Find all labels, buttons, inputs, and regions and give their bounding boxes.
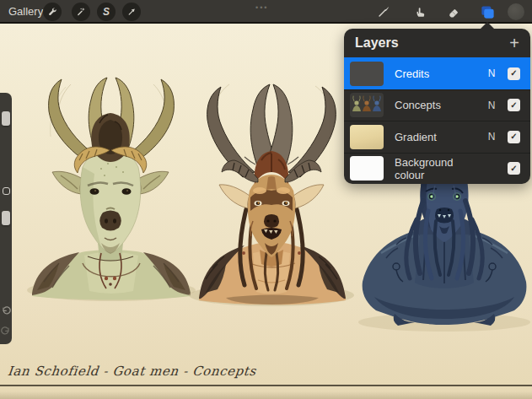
concepts-thumbnail-art xyxy=(350,93,384,117)
brush-icon xyxy=(376,4,391,19)
layer-row-background-colour[interactable]: Background colour ✓ xyxy=(344,153,530,185)
layers-panel: Layers + Credits N ✓ xyxy=(344,29,530,184)
topbar: Gallery S ••• xyxy=(0,0,532,24)
selection-icon: S xyxy=(103,7,110,17)
layer-name: Credits xyxy=(395,67,485,80)
layer-row-gradient[interactable]: Gradient N ✓ xyxy=(344,121,530,153)
smudge-tool-button[interactable] xyxy=(411,3,428,20)
procreate-window: Ian Schofield - Goat men - Concepts Gall… xyxy=(0,0,532,399)
add-layer-button[interactable]: + xyxy=(509,35,519,51)
sidebar xyxy=(0,93,12,344)
panel-caret xyxy=(481,22,494,29)
layer-visibility-checkbox[interactable]: ✓ xyxy=(508,131,520,143)
magic-wand-icon xyxy=(75,6,87,18)
layer-name: Gradient xyxy=(395,131,485,143)
layer-visibility-checkbox[interactable]: ✓ xyxy=(508,162,520,175)
undo-icon xyxy=(1,305,11,315)
finger-smudge-icon xyxy=(412,4,427,19)
layer-visibility-checkbox[interactable]: ✓ xyxy=(508,67,520,80)
layers-panel-title: Layers xyxy=(355,35,399,51)
canvas-baseline-rule xyxy=(0,385,532,386)
color-swatch-button[interactable] xyxy=(508,3,524,20)
brush-size-slider[interactable] xyxy=(0,97,12,181)
layer-name: Background colour xyxy=(395,156,485,181)
adjustments-button[interactable] xyxy=(72,3,90,21)
layer-row-credits[interactable]: Credits N ✓ xyxy=(344,57,530,89)
brush-size-slider-handle[interactable] xyxy=(2,111,10,126)
layer-visibility-checkbox[interactable]: ✓ xyxy=(508,99,520,111)
actions-button[interactable] xyxy=(43,3,62,21)
erase-tool-button[interactable] xyxy=(445,3,462,20)
layers-stacked-squares-icon xyxy=(480,4,496,20)
blend-mode-button[interactable]: N xyxy=(485,100,498,111)
redo-icon xyxy=(1,326,11,336)
modify-button[interactable] xyxy=(3,187,10,195)
layer-list: Credits N ✓ xyxy=(344,57,530,184)
layer-thumbnail[interactable] xyxy=(350,156,384,181)
opacity-slider[interactable] xyxy=(0,202,12,287)
blend-mode-button[interactable]: N xyxy=(485,67,498,79)
layer-name: Concepts xyxy=(395,99,485,111)
signature-text: Ian Schofield - Goat men - Concepts xyxy=(7,364,257,379)
layer-thumbnail[interactable] xyxy=(350,62,384,86)
checkmark-icon: ✓ xyxy=(510,101,517,110)
canvas-bottom-shadow xyxy=(0,391,532,399)
layer-thumbnail[interactable] xyxy=(350,125,384,149)
checkmark-icon: ✓ xyxy=(510,132,517,141)
paint-tool-button[interactable] xyxy=(375,3,392,20)
system-indicator-dots: ••• xyxy=(255,3,268,12)
undo-button[interactable] xyxy=(1,304,11,314)
wrench-icon xyxy=(46,6,58,18)
gallery-button[interactable]: Gallery xyxy=(8,5,43,18)
checkmark-icon: ✓ xyxy=(510,164,517,173)
blend-mode-button[interactable]: N xyxy=(485,131,498,143)
eraser-icon xyxy=(446,4,461,19)
layers-tool-button[interactable] xyxy=(479,3,496,20)
redo-button[interactable] xyxy=(1,324,11,334)
layer-thumbnail[interactable] xyxy=(350,93,384,117)
opacity-slider-handle[interactable] xyxy=(2,211,10,225)
layers-panel-header: Layers + xyxy=(344,29,530,57)
cursor-arrow-icon xyxy=(126,6,137,18)
checkmark-icon: ✓ xyxy=(510,69,517,78)
layer-row-concepts[interactable]: Concepts N ✓ xyxy=(344,89,530,121)
transform-button[interactable] xyxy=(122,3,141,21)
selection-button[interactable]: S xyxy=(97,3,116,21)
